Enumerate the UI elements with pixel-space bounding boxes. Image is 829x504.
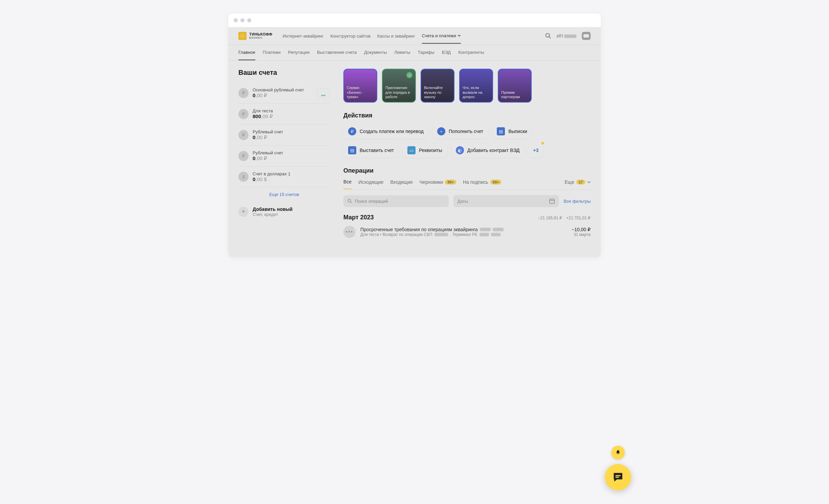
app-shell: ТИНЬКОФФ БИЗНЕС Интернет-эквайринг Конст… <box>228 27 601 257</box>
svg-point-0 <box>546 34 549 37</box>
window-dot[interactable] <box>234 18 238 22</box>
action-more[interactable]: +3 <box>528 143 543 158</box>
account-item[interactable]: ₽ Для теста 800,09 ₽ <box>238 104 330 125</box>
sub-nav-item[interactable]: Главное <box>238 50 255 60</box>
sub-nav-item[interactable]: ВЭД <box>442 50 451 60</box>
account-list: ₽ Основной рублевый счет 0,00 ₽ МИР ₽ Дл… <box>238 83 330 222</box>
top-nav-item-active[interactable]: Счета и платежи <box>422 33 461 44</box>
window-dot[interactable] <box>247 18 251 22</box>
story-card[interactable]: Сервис «Бизнес-треки» <box>343 69 377 103</box>
brand-sub: БИЗНЕС <box>249 36 272 39</box>
accounts-panel: Ваши счета ₽ Основной рублевый счет 0,00… <box>238 69 330 238</box>
operations-title: Операции <box>343 167 591 174</box>
ops-tab-out[interactable]: Исходящие <box>358 179 383 189</box>
account-item[interactable]: ₽ Основной рублевый счет 0,00 ₽ МИР <box>238 83 330 104</box>
user-label[interactable]: ИП <box>557 34 576 39</box>
month-out: −21 165,81 ₽ <box>538 216 562 220</box>
operation-sub: Для теста • Возврат по операции СБП . Те… <box>360 232 567 237</box>
sub-nav-item[interactable]: Платежи <box>263 50 281 60</box>
wallet-button[interactable] <box>582 32 591 40</box>
search-operations-input[interactable]: Поиск операций <box>343 195 449 207</box>
window-controls <box>228 14 601 27</box>
action-chips: ₽Создать платеж или перевод +Пополнить с… <box>343 124 591 158</box>
action-ved[interactable]: ◐Добавить контракт ВЭД <box>451 143 525 158</box>
ops-tab-in[interactable]: Входящие <box>390 179 412 189</box>
sub-nav-item[interactable]: Лимиты <box>394 50 410 60</box>
ruble-icon: ₽ <box>238 130 249 140</box>
ruble-icon: ₽ <box>348 127 356 135</box>
operation-row[interactable]: ••• Просроченные требования по операциям… <box>343 226 591 238</box>
story-card[interactable]: Включайте музыку по закону <box>421 69 454 103</box>
date-input[interactable]: Даты <box>453 195 559 207</box>
main-panel: Сервис «Бизнес-треки» Приложения для пор… <box>343 69 591 238</box>
content: Ваши счета ₽ Основной рублевый счет 0,00… <box>228 61 601 248</box>
sub-nav-item[interactable]: Репутация <box>288 50 310 60</box>
redacted <box>491 233 501 236</box>
ruble-icon: ₽ <box>238 109 249 119</box>
add-account-button[interactable]: + Добавить новый Счет, кредит <box>238 202 330 222</box>
dollar-icon: $ <box>238 172 249 182</box>
all-filters-link[interactable]: Все фильтры <box>564 199 591 204</box>
action-invoice[interactable]: ▤Выставить счет <box>343 143 399 158</box>
action-details[interactable]: ▭Реквизиты <box>403 143 447 158</box>
more-accounts-link[interactable]: Еще 15 счетов <box>238 187 330 202</box>
document-icon: ▤ <box>497 127 505 135</box>
calendar-icon <box>549 198 555 204</box>
operation-title: Просроченные требования по операциям экв… <box>360 227 567 232</box>
actions-title: Действия <box>343 112 591 119</box>
chevron-down-icon <box>458 34 461 37</box>
account-item[interactable]: $ Счет в долларах 1 0,00 $ <box>238 167 330 187</box>
action-statements[interactable]: ▤Выписки <box>492 124 532 139</box>
sub-nav-item[interactable]: Контрагенты <box>458 50 484 60</box>
svg-rect-2 <box>550 199 554 203</box>
ops-tab-sign[interactable]: На подпись99+ <box>463 179 501 189</box>
operation-date: 31 марта <box>572 232 591 237</box>
story-card[interactable]: Что, если вызвали на допрос <box>459 69 493 103</box>
browser-window: ТИНЬКОФФ БИЗНЕС Интернет-эквайринг Конст… <box>228 14 601 257</box>
top-nav-item[interactable]: Интернет-эквайринг <box>282 33 323 44</box>
redacted <box>434 233 448 236</box>
action-create-payment[interactable]: ₽Создать платеж или перевод <box>343 124 428 139</box>
chevron-down-icon <box>587 180 591 184</box>
ruble-icon: ₽ <box>238 151 249 161</box>
operation-amount: −10,00 ₽ <box>572 227 591 232</box>
month-title: Март 2023 <box>343 214 374 221</box>
plus-icon: + <box>437 127 445 135</box>
mir-card-icon: МИР <box>317 89 330 97</box>
operation-avatar: ••• <box>343 226 356 238</box>
action-topup[interactable]: +Пополнить счет <box>432 124 488 139</box>
ops-tab-all[interactable]: Все <box>343 179 352 189</box>
account-item[interactable]: ₽ Рублевый счет 0,00 ₽ <box>238 146 330 167</box>
ops-tab-drafts[interactable]: Черновики99+ <box>420 179 456 189</box>
logo[interactable]: ТИНЬКОФФ БИЗНЕС <box>238 32 272 40</box>
top-nav-item[interactable]: Конструктор сайтов <box>330 33 370 44</box>
logo-shield-icon <box>238 32 247 40</box>
ruble-icon: ₽ <box>238 88 249 98</box>
redacted <box>564 35 576 38</box>
sub-nav: Главное Платежи Репутация Выставление сч… <box>228 45 601 61</box>
sub-nav-item[interactable]: Документы <box>364 50 387 60</box>
search-icon <box>347 199 352 203</box>
account-item[interactable]: ₽ Рублевый счет 0,00 ₽ <box>238 125 330 146</box>
sub-nav-item[interactable]: Выставление счета <box>317 50 357 60</box>
story-card[interactable]: Приложения для порядка в работе <box>382 69 416 103</box>
ops-tab-more[interactable]: Еще17 <box>565 179 591 189</box>
header-right: ИП <box>545 32 591 40</box>
plus-icon: + <box>238 207 249 217</box>
redacted <box>493 228 504 231</box>
top-nav-item[interactable]: Кассы и эквайринг <box>377 33 415 44</box>
chat-icon <box>612 471 624 484</box>
story-card[interactable]: Премии партнерам <box>498 69 532 103</box>
brand-name: ТИНЬКОФФ <box>249 32 272 36</box>
window-dot[interactable] <box>240 18 245 22</box>
svg-point-1 <box>348 199 350 202</box>
month-header: Март 2023 −21 165,81 ₽ +21 701,01 ₽ <box>343 214 591 221</box>
top-nav: Интернет-эквайринг Конструктор сайтов Ка… <box>282 33 461 39</box>
notifications-button[interactable] <box>611 446 625 459</box>
filter-row: Поиск операций Даты Все фильтры <box>343 195 591 207</box>
sub-nav-item[interactable]: Тарифы <box>418 50 434 60</box>
redacted <box>480 228 491 231</box>
redacted <box>480 233 489 236</box>
chat-button[interactable] <box>605 464 631 490</box>
search-icon[interactable] <box>545 33 551 39</box>
